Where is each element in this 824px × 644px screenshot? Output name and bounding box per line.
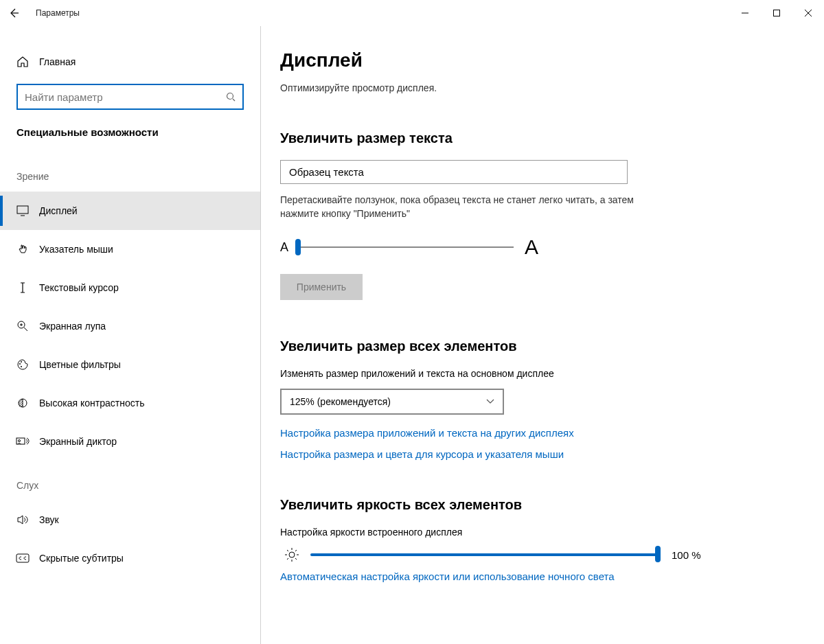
slider-thumb[interactable]	[655, 546, 661, 562]
magnifier-plus-icon	[16, 319, 30, 333]
brightness-label: Настройка яркости встроенного дисплея	[280, 527, 797, 538]
narrator-icon	[16, 435, 30, 448]
monitor-icon	[16, 204, 30, 218]
text-size-max-label: A	[525, 235, 538, 259]
sidebar-item-label: Звук	[39, 514, 59, 525]
sidebar-item-home[interactable]: Главная	[0, 47, 260, 77]
contrast-icon	[16, 396, 30, 410]
sun-icon	[284, 547, 299, 562]
sidebar-item-label: Цветные фильтры	[39, 359, 121, 370]
sidebar-item-label: Высокая контрастность	[39, 398, 144, 409]
cursor-hand-icon	[16, 242, 30, 256]
sidebar-item-colorfilters[interactable]: Цветные фильтры	[0, 345, 260, 384]
section-heading-textsize: Увеличить размер текста	[280, 130, 797, 146]
sidebar-category-title: Специальные возможности	[0, 121, 260, 152]
sidebar-item-label: Экранный диктор	[39, 436, 117, 447]
dropdown-selected: 125% (рекомендуется)	[290, 396, 391, 407]
cc-icon	[16, 551, 30, 565]
sidebar-home-label: Главная	[39, 56, 76, 67]
section-heading-brightness: Увеличить яркость всех элементов	[280, 497, 797, 513]
brightness-value: 100 %	[672, 549, 701, 561]
svg-point-6	[21, 366, 22, 367]
link-other-displays[interactable]: Настройка размера приложений и текста на…	[280, 427, 797, 439]
page-title: Дисплей	[280, 49, 797, 71]
scale-dropdown[interactable]: 125% (рекомендуется)	[280, 389, 504, 415]
sidebar-item-label: Скрытые субтитры	[39, 553, 124, 564]
sample-text-box: Образец текста	[280, 160, 628, 184]
search-input[interactable]	[25, 91, 226, 103]
text-size-min-label: A	[280, 240, 288, 255]
sidebar-item-sound[interactable]: Звук	[0, 501, 260, 539]
minimize-button[interactable]	[729, 0, 761, 26]
sidebar-item-textcursor[interactable]: Текстовый курсор	[0, 268, 260, 307]
section-heading-allsize: Увеличить размер всех элементов	[280, 338, 797, 354]
svg-point-5	[21, 361, 22, 363]
group-label-vision: Зрение	[0, 152, 260, 192]
maximize-button[interactable]	[761, 0, 792, 26]
sidebar-item-cc[interactable]: Скрытые субтитры	[0, 539, 260, 577]
window-title: Параметры	[36, 8, 80, 18]
palette-icon	[16, 358, 30, 371]
search-icon	[226, 92, 236, 102]
sidebar-item-narrator[interactable]: Экранный диктор	[0, 422, 260, 461]
text-size-slider[interactable]	[295, 246, 514, 248]
link-night-light[interactable]: Автоматическая настройка яркости или исп…	[280, 569, 637, 584]
apply-button: Применить	[280, 274, 363, 300]
text-cursor-icon	[16, 281, 30, 295]
sidebar-item-pointer[interactable]: Указатель мыши	[0, 230, 260, 268]
svg-rect-2	[17, 206, 28, 214]
brightness-slider[interactable]	[310, 553, 661, 556]
speaker-icon	[16, 513, 30, 527]
back-button[interactable]	[1, 0, 26, 26]
sidebar-item-label: Экранная лупа	[39, 321, 106, 332]
link-cursor-pointer[interactable]: Настройка размера и цвета для курсора и …	[280, 448, 797, 460]
home-icon	[16, 55, 30, 69]
group-label-hearing: Слух	[0, 461, 260, 501]
sidebar-item-display[interactable]: Дисплей	[0, 192, 260, 230]
chevron-down-icon	[486, 399, 494, 404]
svg-rect-10	[16, 554, 29, 562]
svg-point-11	[289, 552, 295, 557]
svg-point-4	[19, 363, 21, 365]
svg-point-9	[19, 440, 21, 442]
sidebar-item-label: Текстовый курсор	[39, 282, 119, 293]
slider-thumb[interactable]	[295, 239, 301, 255]
slider-help-text: Перетаскивайте ползунок, пока образец те…	[280, 194, 637, 220]
sidebar-item-highcontrast[interactable]: Высокая контрастность	[0, 384, 260, 422]
search-input-container[interactable]	[16, 84, 244, 110]
sidebar-item-label: Указатель мыши	[39, 244, 113, 255]
close-button[interactable]	[792, 0, 824, 26]
svg-rect-0	[774, 10, 780, 16]
svg-point-1	[227, 93, 233, 100]
sidebar-item-label: Дисплей	[39, 205, 78, 216]
scale-label: Изменять размер приложений и текста на о…	[280, 368, 797, 379]
sidebar-item-magnifier[interactable]: Экранная лупа	[0, 307, 260, 345]
page-subtitle: Оптимизируйте просмотр дисплея.	[280, 82, 797, 93]
